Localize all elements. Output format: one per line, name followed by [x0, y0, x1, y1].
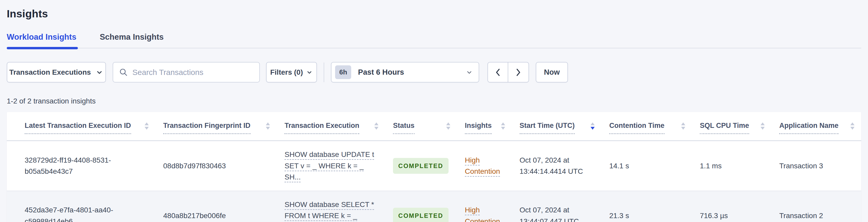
chevron-down-icon — [306, 69, 313, 76]
previous-time-range-button[interactable] — [488, 62, 508, 83]
toolbar-divider — [324, 63, 324, 82]
status-badge: COMPLETED — [393, 158, 448, 174]
chevron-right-icon — [515, 68, 522, 77]
chevron-down-icon — [95, 68, 103, 76]
status-cell: COMPLETED — [385, 191, 457, 222]
column-header-fingerprint-id[interactable]: Transaction Fingerprint ID — [155, 112, 277, 141]
sort-icon[interactable] — [374, 122, 378, 130]
sort-icon[interactable] — [145, 122, 149, 130]
sort-icon[interactable] — [681, 122, 685, 130]
now-button[interactable]: Now — [536, 62, 568, 83]
sort-icon-descending[interactable] — [591, 122, 595, 130]
transaction-execution-cell: SHOW database UPDATE t SET v = _ WHERE k… — [277, 141, 385, 191]
contention-time-cell: 21.3 s — [601, 191, 692, 222]
insights-cell: High Contention — [457, 141, 512, 191]
status-badge: COMPLETED — [393, 208, 448, 222]
sort-icon[interactable] — [761, 122, 765, 130]
tab-bar: Workload Insights Schema Insights — [7, 32, 861, 49]
application-name-cell: Transaction 3 — [771, 141, 861, 191]
now-button-label: Now — [544, 68, 560, 76]
column-header-sql-cpu-time[interactable]: SQL CPU Time — [692, 112, 771, 141]
chevron-down-icon — [466, 69, 473, 76]
sort-icon[interactable] — [446, 122, 451, 130]
tab-workload-insights[interactable]: Workload Insights — [7, 32, 76, 49]
time-range-badge: 6h — [335, 65, 351, 79]
column-header-insights[interactable]: Insights — [457, 112, 512, 141]
fingerprint-id-cell: 480a8b217be006fe — [155, 191, 277, 222]
time-range-picker[interactable]: 6h Past 6 Hours — [331, 62, 479, 83]
column-header-contention-time[interactable]: Contention Time — [601, 112, 692, 141]
transaction-execution-link[interactable]: SHOW database SELECT * FROM t WHERE k = … — [284, 200, 374, 222]
contention-time-cell: 14.1 s — [601, 141, 692, 191]
table-row: 452da3e7-e7fa-4801-aa40-c59988d14eb6 480… — [7, 191, 861, 222]
start-time-cell: Oct 07, 2024 at 13:44:14.4414 UTC — [512, 141, 602, 191]
time-range-label: Past 6 Hours — [358, 68, 404, 76]
insights-table-card: Latest Transaction Execution ID Transact… — [7, 112, 861, 222]
tab-schema-insights[interactable]: Schema Insights — [100, 32, 163, 49]
column-header-start-time[interactable]: Start Time (UTC) — [512, 112, 602, 141]
sql-cpu-time-cell: 716.3 µs — [692, 191, 771, 222]
time-pager — [488, 62, 529, 83]
column-header-application-name[interactable]: Application Name — [771, 112, 861, 141]
start-time-cell: Oct 07, 2024 at 13:44:07.447 UTC — [512, 191, 602, 222]
column-header-transaction-execution[interactable]: Transaction Execution — [277, 112, 385, 141]
toolbar: Transaction Executions Filters (0) 6h Pa… — [7, 62, 861, 83]
results-summary: 1-2 of 2 transaction insights — [7, 97, 861, 105]
sort-icon[interactable] — [501, 122, 505, 130]
search-input[interactable] — [132, 68, 254, 77]
column-header-status[interactable]: Status — [385, 112, 457, 141]
execution-type-dropdown[interactable]: Transaction Executions — [7, 62, 106, 83]
execution-type-dropdown-label: Transaction Executions — [9, 68, 91, 76]
filters-button[interactable]: Filters (0) — [266, 62, 317, 83]
transaction-execution-cell: SHOW database SELECT * FROM t WHERE k = … — [277, 191, 385, 222]
table-header-row: Latest Transaction Execution ID Transact… — [7, 112, 861, 141]
application-name-cell: Transaction 2 — [771, 191, 861, 222]
search-icon — [119, 68, 128, 77]
transaction-insights-table: Latest Transaction Execution ID Transact… — [7, 112, 861, 222]
column-header-latest-execution-id[interactable]: Latest Transaction Execution ID — [7, 112, 155, 141]
high-contention-link[interactable]: High Contention — [465, 206, 500, 222]
page-title: Insights — [7, 0, 861, 20]
sql-cpu-time-cell: 1.1 ms — [692, 141, 771, 191]
chevron-left-icon — [495, 68, 501, 77]
latest-execution-id-cell: 328729d2-ff19-4408-8531-b05a5b4e43c7 — [7, 141, 155, 191]
insights-cell: High Contention — [457, 191, 512, 222]
sort-icon[interactable] — [850, 122, 855, 130]
search-box[interactable] — [113, 62, 260, 83]
next-time-range-button[interactable] — [508, 62, 529, 83]
latest-execution-id-cell: 452da3e7-e7fa-4801-aa40-c59988d14eb6 — [7, 191, 155, 222]
status-cell: COMPLETED — [385, 141, 457, 191]
high-contention-link[interactable]: High Contention — [465, 156, 500, 177]
sort-icon[interactable] — [266, 122, 270, 130]
insights-page: Insights Workload Insights Schema Insigh… — [0, 0, 868, 222]
table-row: 328729d2-ff19-4408-8531-b05a5b4e43c7 08d… — [7, 141, 861, 191]
filters-button-label: Filters (0) — [270, 68, 303, 76]
fingerprint-id-cell: 08d8b7d97f830463 — [155, 141, 277, 191]
transaction-execution-link[interactable]: SHOW database UPDATE t SET v = _ WHERE k… — [284, 151, 374, 182]
